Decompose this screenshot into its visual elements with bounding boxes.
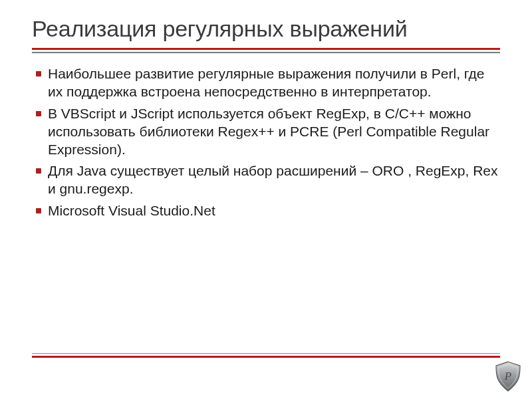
rule-accent xyxy=(32,356,500,358)
slide: Реализация регулярных выражений Наибольш… xyxy=(0,0,532,399)
rule-thin xyxy=(32,52,500,53)
list-item: Microsoft Visual Studio.Net xyxy=(33,202,499,220)
shield-monogram: P xyxy=(504,370,511,382)
rule-accent xyxy=(32,48,500,50)
title-rule xyxy=(32,48,500,53)
slide-title: Реализация регулярных выражений xyxy=(32,16,500,41)
footer-rule xyxy=(32,353,500,358)
bullet-list: Наибольшее развитие регулярные выражения… xyxy=(33,65,499,220)
list-item: В VBScript и JScript используется объект… xyxy=(33,105,499,159)
rule-thin xyxy=(32,353,500,354)
list-item: Наибольшее развитие регулярные выражения… xyxy=(33,65,499,101)
shield-icon: P xyxy=(493,360,523,392)
slide-body: Наибольшее развитие регулярные выражения… xyxy=(32,65,500,220)
list-item: Для Java существует целый набор расширен… xyxy=(33,162,499,198)
